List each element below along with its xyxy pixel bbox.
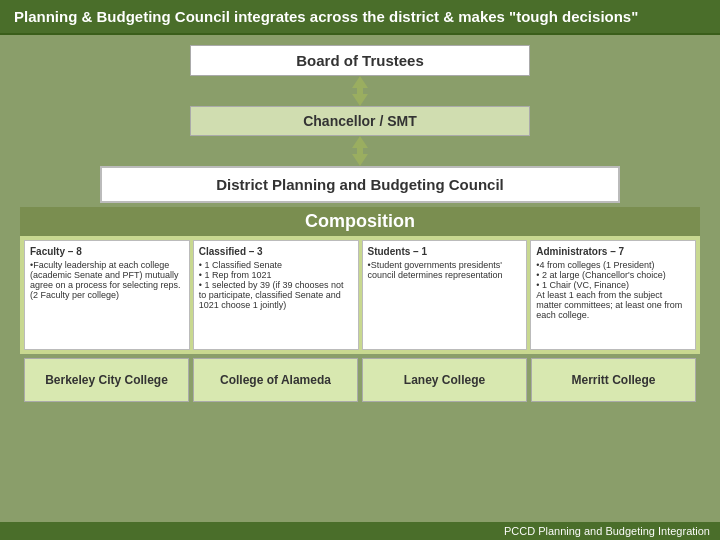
district-box: District Planning and Budgeting Council — [100, 166, 620, 203]
composition-grid: Faculty – 8 •Faculty leadership at each … — [20, 236, 700, 354]
administrators-cell: Administrators – 7 •4 from colleges (1 P… — [530, 240, 696, 350]
students-header: Students – 1 — [368, 246, 522, 257]
classified-text: • 1 Classified Senate • 1 Rep from 1021 … — [199, 260, 353, 310]
students-cell: Students – 1 •Student governments presid… — [362, 240, 528, 350]
main-content: Board of Trustees Chancellor / SMT Distr… — [0, 35, 720, 406]
administrators-header: Administrators – 7 — [536, 246, 690, 257]
chancellor-district-arrows — [352, 136, 368, 166]
arrow-up2-icon — [352, 136, 368, 148]
arrow-down2-icon — [352, 154, 368, 166]
composition-title: Composition — [20, 207, 700, 236]
trustees-chancellor-arrows — [352, 76, 368, 106]
college-alameda: College of Alameda — [193, 358, 358, 402]
faculty-text: •Faculty leadership at each college (aca… — [30, 260, 184, 300]
college-laney: Laney College — [362, 358, 527, 402]
faculty-header: Faculty – 8 — [30, 246, 184, 257]
classified-cell: Classified – 3 • 1 Classified Senate • 1… — [193, 240, 359, 350]
footer: PCCD Planning and Budgeting Integration — [0, 522, 720, 540]
administrators-text: •4 from colleges (1 President) • 2 at la… — [536, 260, 690, 320]
college-merritt: Merritt College — [531, 358, 696, 402]
college-row: Berkeley City College College of Alameda… — [20, 354, 700, 406]
chancellor-box: Chancellor / SMT — [190, 106, 530, 136]
students-text: •Student governments presidents' council… — [368, 260, 522, 280]
arrow-up-icon — [352, 76, 368, 88]
arrow-down-icon — [352, 94, 368, 106]
college-berkeley: Berkeley City College — [24, 358, 189, 402]
top-banner: Planning & Budgeting Council integrates … — [0, 0, 720, 35]
classified-header: Classified – 3 — [199, 246, 353, 257]
trustees-box: Board of Trustees — [190, 45, 530, 76]
faculty-cell: Faculty – 8 •Faculty leadership at each … — [24, 240, 190, 350]
composition-section: Composition Faculty – 8 •Faculty leaders… — [20, 207, 700, 354]
